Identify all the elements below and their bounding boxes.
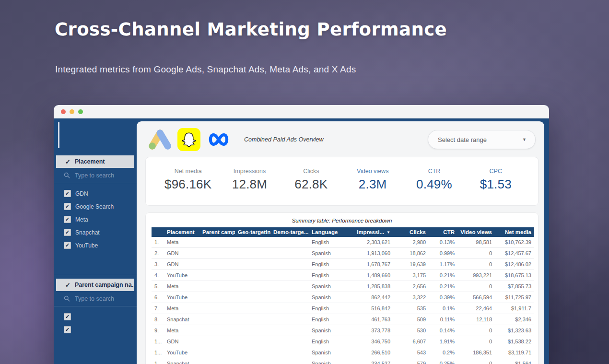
table-cell [270, 325, 309, 336]
table-cell [199, 314, 235, 325]
metric-value: 62.8K [281, 177, 342, 192]
checkbox-checked-icon[interactable]: ✓ [64, 190, 71, 197]
table-cell: $3,119.71 [495, 347, 534, 358]
checkbox-checked-icon[interactable]: ✓ [64, 216, 71, 223]
column-header[interactable]: Clicks [393, 227, 429, 237]
table-cell: 862,442 [347, 292, 393, 303]
checkbox-checked-icon[interactable]: ✓ [64, 326, 71, 333]
table-cell: 1.91% [429, 336, 457, 347]
search-icon [64, 172, 70, 178]
column-header[interactable]: Impressi...▼ [347, 227, 393, 237]
table-cell: 373,778 [347, 325, 393, 336]
table-cell [270, 314, 309, 325]
table-cell: GDN [164, 259, 199, 270]
table-cell: Snapchat [164, 314, 199, 325]
close-window-button[interactable] [61, 109, 66, 114]
table-cell [270, 358, 309, 364]
metric-value: 12.8M [219, 177, 280, 192]
table-cell: Meta [164, 281, 199, 292]
scorecard-metric: Video views 2.3M [342, 168, 403, 192]
table-cell: Spanish [309, 248, 347, 259]
meta-logo-icon [206, 132, 233, 147]
checkbox-checked-icon[interactable]: ✓ [64, 203, 71, 210]
browser-window: ✓ Placement Type to search ✓ GDN ✓ Googl… [54, 105, 549, 364]
minimize-window-button[interactable] [70, 109, 74, 114]
metric-label: Impressions [219, 168, 280, 175]
table-cell [270, 237, 309, 248]
snapchat-logo-icon [177, 128, 200, 151]
table-cell [270, 303, 309, 314]
table-cell: 5. [152, 281, 164, 292]
table-cell: 2,303,621 [347, 237, 393, 248]
table-cell: 18,862 [393, 248, 429, 259]
checkbox-checked-icon[interactable]: ✓ [64, 313, 71, 320]
filter-option[interactable]: ✓ [54, 310, 137, 323]
table-title: Summary table: Performance breakdown [152, 216, 532, 227]
table-cell [199, 347, 235, 358]
chevron-down-icon: ▼ [522, 137, 527, 142]
filter-search-input[interactable]: Type to search [54, 168, 137, 183]
column-header[interactable]: Net media [495, 227, 534, 237]
table-cell: Spanish [309, 325, 347, 336]
table-cell: Spanish [309, 358, 347, 364]
table-cell [270, 281, 309, 292]
scorecard-metric: Clicks 62.8K [281, 168, 342, 192]
table-cell: 2. [152, 248, 164, 259]
date-range-select[interactable]: Select date range ▼ [428, 130, 536, 149]
filter-option[interactable]: ✓ [54, 323, 137, 336]
zoom-window-button[interactable] [78, 109, 83, 114]
table-cell: 0 [457, 336, 495, 347]
column-header[interactable] [152, 227, 164, 237]
table-cell [199, 336, 235, 347]
column-header[interactable]: Parent camp... [199, 227, 235, 237]
table-cell: 0.39% [429, 292, 457, 303]
filter-search-input[interactable]: Type to search [54, 291, 137, 306]
table-cell [235, 248, 270, 259]
column-header[interactable]: Geo-targeting [235, 227, 270, 237]
filter-group-title: Placement [75, 158, 105, 165]
column-header[interactable]: Placement [164, 227, 199, 237]
filter-group-header[interactable]: ✓ Placement [56, 155, 134, 168]
filter-option[interactable]: ✓ Google Search [54, 200, 137, 213]
checkbox-checked-icon[interactable]: ✓ [64, 229, 71, 236]
table-cell: $11,725.97 [495, 292, 534, 303]
table-row: 7.MetaEnglish516,8425350.1%22,464$1,911.… [152, 303, 534, 314]
column-header[interactable]: CTR [429, 227, 457, 237]
column-header[interactable]: Language [309, 227, 347, 237]
table-cell: English [309, 336, 347, 347]
table-cell [235, 347, 270, 358]
check-icon: ✓ [65, 158, 70, 165]
table-cell: 19,639 [393, 259, 429, 270]
column-header[interactable]: Demo-targe... [270, 227, 309, 237]
table-cell: $1,911.7 [495, 303, 534, 314]
table-cell: 461,763 [347, 314, 393, 325]
table-row: 1...GDNEnglish346,7506,6071.91%0$1,538.2… [152, 336, 534, 347]
filter-option[interactable]: ✓ GDN [54, 187, 137, 200]
table-cell: $1,323.63 [495, 325, 534, 336]
filter-option[interactable]: ✓ Meta [54, 213, 137, 226]
table-cell: 2,656 [393, 281, 429, 292]
metric-label: CTR [403, 168, 465, 175]
filter-option-label: GDN [75, 190, 88, 197]
table-cell: English [309, 314, 347, 325]
filter-group-header[interactable]: ✓ Parent campaign na... [56, 279, 134, 291]
table-cell: 0.21% [429, 270, 457, 281]
table-row: 1...SnapchatSpanish234,5275790.25%0$1,56… [152, 358, 534, 364]
table-cell: 3,175 [393, 270, 429, 281]
table-cell: GDN [164, 336, 199, 347]
filter-option[interactable]: ✓ YouTube [54, 239, 137, 252]
table-cell: GDN [164, 248, 199, 259]
table-cell: 0 [457, 325, 495, 336]
metric-label: Clicks [281, 168, 342, 175]
column-header[interactable]: Video views [457, 227, 495, 237]
table-cell: 0.13% [429, 237, 457, 248]
filter-sidebar: ✓ Placement Type to search ✓ GDN ✓ Googl… [54, 118, 137, 364]
metric-value: 2.3M [342, 177, 403, 192]
filter-option[interactable]: ✓ Snapchat [54, 226, 137, 239]
table-cell: 1,285,838 [347, 281, 393, 292]
table-cell: 1,913,060 [347, 248, 393, 259]
channel-logos [146, 128, 233, 151]
table-cell: Meta [164, 303, 199, 314]
checkbox-checked-icon[interactable]: ✓ [64, 242, 71, 249]
summary-table: PlacementParent camp...Geo-targetingDemo… [152, 227, 534, 364]
